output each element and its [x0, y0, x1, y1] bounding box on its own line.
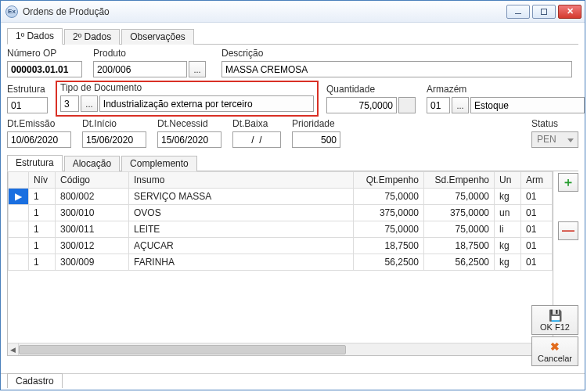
table-row[interactable]: 1300/011LEITE75,000075,0000li01: [9, 221, 553, 238]
tipo-doc-code-field[interactable]: [60, 95, 79, 112]
table-row[interactable]: 1300/012AÇUCAR18,750018,7500kg01: [9, 238, 553, 254]
grid-horizontal-scrollbar[interactable]: ◀ ▶: [8, 343, 553, 355]
cell-arm[interactable]: 01: [521, 238, 553, 254]
produto-field[interactable]: [93, 61, 187, 77]
cell-niv[interactable]: 1: [29, 221, 56, 238]
cell-insumo[interactable]: LEITE: [129, 221, 354, 238]
cell-codigo[interactable]: 300/012: [56, 238, 129, 254]
detail-grid[interactable]: Nív Código Insumo Qt.Empenho Sd.Empenho …: [8, 171, 553, 271]
grid-header-row: Nív Código Insumo Qt.Empenho Sd.Empenho …: [9, 172, 553, 189]
tipo-documento-group: Tipo de Documento ...: [56, 81, 319, 117]
status-dropdown[interactable]: PEN: [531, 131, 578, 148]
armazem-code-field[interactable]: [427, 97, 450, 113]
cell-sd[interactable]: 375,0000: [424, 205, 495, 221]
cell-arm[interactable]: 01: [521, 254, 553, 271]
label-armazem: Armazém: [427, 84, 585, 95]
right-actions: 💾 OK F12 ✖ Cancelar: [531, 305, 578, 366]
dt-inicio-field[interactable]: [82, 131, 146, 148]
col-un[interactable]: Un: [495, 172, 521, 189]
cell-sd[interactable]: 75,0000: [424, 221, 495, 238]
cell-sd[interactable]: 56,2500: [424, 254, 495, 271]
grid-wrap: Nív Código Insumo Qt.Empenho Sd.Empenho …: [7, 171, 553, 356]
table-row[interactable]: ▶1800/002SERVIÇO MASSA75,000075,0000kg01: [9, 189, 553, 205]
cell-codigo[interactable]: 300/009: [56, 254, 129, 271]
minimize-button[interactable]: [506, 5, 530, 19]
cell-arm[interactable]: 01: [521, 205, 553, 221]
cell-sd[interactable]: 75,0000: [424, 189, 495, 205]
armazem-lookup-button[interactable]: ...: [452, 97, 469, 113]
cell-qt[interactable]: 75,0000: [354, 189, 424, 205]
cell-arm[interactable]: 01: [521, 189, 553, 205]
tab-estrutura[interactable]: Estrutura: [7, 155, 63, 171]
save-icon: 💾: [534, 309, 576, 322]
produto-lookup-button[interactable]: ...: [189, 61, 206, 77]
dt-emissao-field[interactable]: [7, 131, 71, 148]
row-selector[interactable]: [9, 238, 29, 254]
tab-alocacao[interactable]: Alocação: [64, 156, 120, 171]
row-selector[interactable]: ▶: [9, 189, 29, 205]
bottom-tab-cadastro[interactable]: Cadastro: [7, 373, 63, 388]
tab-1-dados[interactable]: 1º Dados: [7, 28, 63, 45]
quantidade-field[interactable]: [326, 97, 397, 113]
col-insumo[interactable]: Insumo: [129, 172, 354, 189]
cell-sd[interactable]: 18,7500: [424, 238, 495, 254]
prioridade-field[interactable]: [292, 131, 340, 148]
status-separator: [1, 373, 585, 374]
cell-niv[interactable]: 1: [29, 254, 56, 271]
descricao-field[interactable]: [221, 61, 572, 77]
cell-insumo[interactable]: SERVIÇO MASSA: [129, 189, 354, 205]
row-selector[interactable]: [9, 205, 29, 221]
label-dt-inicio: Dt.Início: [82, 118, 146, 129]
numero-op-field[interactable]: [7, 61, 82, 77]
ok-button[interactable]: 💾 OK F12: [531, 305, 578, 335]
cell-niv[interactable]: 1: [29, 205, 56, 221]
cell-qt[interactable]: 375,0000: [354, 205, 424, 221]
cell-qt[interactable]: 18,7500: [354, 238, 424, 254]
col-selector: [9, 172, 29, 189]
cell-un[interactable]: kg: [495, 254, 521, 271]
tab-2-dados[interactable]: 2º Dados: [64, 29, 120, 45]
cell-arm[interactable]: 01: [521, 221, 553, 238]
tab-complemento[interactable]: Complemento: [121, 156, 197, 171]
label-dt-necessid: Dt.Necessid: [157, 118, 221, 129]
row-selector[interactable]: [9, 221, 29, 238]
cell-un[interactable]: kg: [495, 189, 521, 205]
dt-necessid-field[interactable]: [157, 131, 221, 148]
detail-tabs: Estrutura Alocação Complemento: [7, 154, 578, 171]
cell-insumo[interactable]: AÇUCAR: [129, 238, 354, 254]
estrutura-field[interactable]: [7, 97, 48, 113]
quantidade-aux-button[interactable]: [398, 97, 416, 113]
cancel-button[interactable]: ✖ Cancelar: [531, 336, 578, 366]
scroll-thumb[interactable]: [19, 345, 346, 354]
scroll-left-icon[interactable]: ◀: [8, 343, 19, 356]
cell-codigo[interactable]: 300/010: [56, 205, 129, 221]
cell-qt[interactable]: 75,0000: [354, 221, 424, 238]
cell-qt[interactable]: 56,2500: [354, 254, 424, 271]
row-selector[interactable]: [9, 254, 29, 271]
table-row[interactable]: 1300/010OVOS375,0000375,0000un01: [9, 205, 553, 221]
cell-insumo[interactable]: OVOS: [129, 205, 354, 221]
cell-niv[interactable]: 1: [29, 189, 56, 205]
cell-niv[interactable]: 1: [29, 238, 56, 254]
dt-baixa-field[interactable]: [232, 131, 281, 148]
col-qt-empenho[interactable]: Qt.Empenho: [354, 172, 424, 189]
add-row-button[interactable]: ＋: [558, 173, 578, 192]
delete-row-button[interactable]: —: [558, 221, 578, 240]
col-sd-empenho[interactable]: Sd.Empenho: [424, 172, 495, 189]
col-arm[interactable]: Arm: [521, 172, 553, 189]
table-row[interactable]: 1300/009FARINHA56,250056,2500kg01: [9, 254, 553, 271]
cell-codigo[interactable]: 300/011: [56, 221, 129, 238]
cell-insumo[interactable]: FARINHA: [129, 254, 354, 271]
maximize-button[interactable]: [532, 5, 556, 19]
close-button[interactable]: ✕: [558, 5, 582, 19]
tab-observacoes[interactable]: Observações: [121, 29, 194, 45]
label-numero-op: Número OP: [7, 48, 82, 59]
col-niv[interactable]: Nív: [29, 172, 56, 189]
cell-un[interactable]: li: [495, 221, 521, 238]
cell-un[interactable]: un: [495, 205, 521, 221]
tipo-doc-lookup-button[interactable]: ...: [81, 95, 98, 112]
cell-un[interactable]: kg: [495, 238, 521, 254]
cell-codigo[interactable]: 800/002: [56, 189, 129, 205]
col-codigo[interactable]: Código: [56, 172, 129, 189]
armazem-desc-field: [470, 97, 585, 113]
